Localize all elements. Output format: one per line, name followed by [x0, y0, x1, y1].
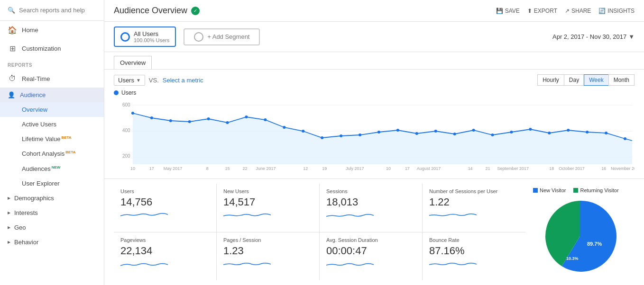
svg-point-12 [245, 116, 248, 118]
day-button[interactable]: Day [564, 74, 584, 86]
new-visitor-label: New Visitor [540, 187, 566, 193]
export-button[interactable]: ⬆ EXPORT [527, 8, 557, 14]
sparkline-sessions [326, 210, 374, 220]
sidebar-sub-audiences[interactable]: AudiencesNEW [0, 161, 104, 176]
stat-spu-label: Number of Sessions per User [429, 188, 519, 194]
sidebar-item-realtime[interactable]: ⏱ Real-Time [0, 70, 104, 88]
search-icon: 🔍 [8, 7, 15, 14]
metric-dropdown[interactable]: Users ▼ [114, 75, 145, 86]
sidebar-home-label: Home [22, 27, 38, 34]
users-legend-dot [114, 90, 119, 95]
metric-selector: Users ▼ VS. Select a metric Hourly Day W… [114, 74, 635, 86]
insights-button[interactable]: 🔄 INSIGHTS [598, 8, 635, 14]
sidebar-sub-overview[interactable]: Overview [0, 102, 104, 117]
page-title: Audience Overview ✓ [114, 6, 200, 16]
search-input[interactable] [19, 7, 96, 14]
month-button[interactable]: Month [608, 74, 635, 86]
svg-point-21 [415, 132, 418, 135]
chart-container: 600 400 200 [114, 98, 635, 174]
svg-point-25 [491, 134, 494, 136]
pie-section: New Visitor Returning Visitor 89.7% 10.3… [525, 184, 635, 280]
chart-legend: Users [114, 89, 635, 96]
svg-text:May 2017: May 2017 [164, 166, 182, 171]
date-range-text: Apr 2, 2017 - Nov 30, 2017 [552, 33, 626, 40]
sparkline-pageviews [120, 259, 168, 268]
new-visitor-dot [533, 188, 538, 193]
sidebar-sub-lifetime-value[interactable]: Lifetime ValueBETA [0, 132, 104, 146]
svg-point-17 [340, 134, 342, 137]
behavior-label: Behavior [14, 239, 38, 246]
sidebar-sub-active-users[interactable]: Active Users [0, 117, 104, 132]
hourly-button[interactable]: Hourly [537, 74, 564, 86]
stat-ps-value: 1.23 [223, 245, 313, 257]
stat-bounce-rate: Bounce Rate 87.16% [423, 232, 525, 281]
svg-text:19: 19 [322, 166, 327, 171]
sidebar-item-behavior[interactable]: ▶ Behavior [0, 235, 104, 249]
stat-sessions-label: Sessions [326, 188, 415, 194]
add-segment-button[interactable]: + Add Segment [184, 28, 260, 45]
tab-overview[interactable]: Overview [114, 56, 152, 69]
svg-text:21: 21 [486, 166, 490, 171]
sidebar-sub-user-explorer[interactable]: User Explorer [0, 176, 104, 191]
select-metric-link[interactable]: Select a metric [163, 77, 203, 84]
sidebar-item-demographics[interactable]: ▶ Demographics [0, 191, 104, 205]
stat-users-value: 14,756 [120, 196, 210, 208]
stats-section: Users 14,756 New Users 14,517 Sessions 1… [104, 178, 644, 285]
stat-sessions-per-user: Number of Sessions per User 1.22 [423, 184, 525, 232]
share-button[interactable]: ↗ SHARE [565, 8, 591, 14]
svg-text:14: 14 [468, 166, 473, 171]
svg-text:November 2017: November 2017 [611, 166, 635, 171]
sidebar: 🔍 🏠 Home ⊞ Customization REPORTS ⏱ Real-… [0, 0, 104, 285]
segment-sub: 100.00% Users [134, 37, 169, 43]
pie-legend: New Visitor Returning Visitor [533, 187, 619, 193]
svg-text:17: 17 [405, 166, 410, 171]
svg-text:July 2017: July 2017 [346, 166, 364, 171]
svg-text:22: 22 [243, 166, 248, 171]
stat-as-value: 00:00:47 [326, 245, 415, 257]
topbar-actions: 💾 SAVE ⬆ EXPORT ↗ SHARE 🔄 INSIGHTS [496, 8, 635, 14]
metric-label: Users [118, 77, 134, 84]
svg-text:October 2017: October 2017 [559, 166, 584, 171]
interests-label: Interests [14, 209, 38, 216]
beta-badge: BETA [61, 135, 71, 140]
svg-text:17: 17 [149, 166, 154, 171]
sparkline-spu [429, 210, 477, 220]
svg-point-20 [396, 129, 399, 132]
sidebar-item-customization[interactable]: ⊞ Customization [0, 39, 104, 58]
svg-point-24 [472, 129, 475, 132]
sparkline-as [326, 259, 374, 268]
demographics-label: Demographics [14, 195, 54, 202]
svg-text:8: 8 [206, 166, 209, 171]
stat-new-users-value: 14,517 [223, 196, 313, 208]
insights-icon: 🔄 [598, 8, 606, 14]
svg-point-30 [586, 131, 589, 134]
svg-point-14 [283, 126, 285, 129]
all-users-segment[interactable]: All Users 100.00% Users [114, 27, 176, 47]
topbar: Audience Overview ✓ 💾 SAVE ⬆ EXPORT ↗ SH… [104, 0, 644, 22]
week-button[interactable]: Week [584, 74, 608, 86]
sidebar-item-home[interactable]: 🏠 Home [0, 21, 104, 39]
sidebar-sub-cohort[interactable]: Cohort AnalysisBETA [0, 146, 104, 161]
geo-label: Geo [14, 224, 26, 231]
main-content: Audience Overview ✓ 💾 SAVE ⬆ EXPORT ↗ SH… [104, 0, 644, 285]
add-segment-circle [194, 32, 203, 42]
svg-text:200: 200 [122, 153, 130, 159]
search-bar[interactable]: 🔍 [0, 0, 104, 21]
svg-point-27 [529, 128, 532, 131]
share-icon: ↗ [565, 8, 570, 14]
svg-point-32 [624, 137, 626, 140]
sidebar-item-audience[interactable]: 👤 Audience [0, 88, 104, 102]
save-button[interactable]: 💾 SAVE [496, 8, 520, 14]
svg-text:September 2017: September 2017 [497, 166, 529, 171]
sidebar-item-interests[interactable]: ▶ Interests [0, 205, 104, 220]
reports-section-label: REPORTS [0, 58, 104, 70]
svg-text:18: 18 [549, 166, 554, 171]
stat-sessions: Sessions 18,013 [320, 184, 423, 232]
svg-point-7 [150, 116, 153, 119]
realtime-icon: ⏱ [8, 74, 17, 83]
sidebar-item-geo[interactable]: ▶ Geo [0, 220, 104, 235]
stat-new-users-label: New Users [223, 188, 313, 194]
svg-point-9 [188, 120, 191, 123]
date-range-picker[interactable]: Apr 2, 2017 - Nov 30, 2017 ▼ [552, 33, 635, 40]
svg-text:June 2017: June 2017 [256, 166, 276, 171]
